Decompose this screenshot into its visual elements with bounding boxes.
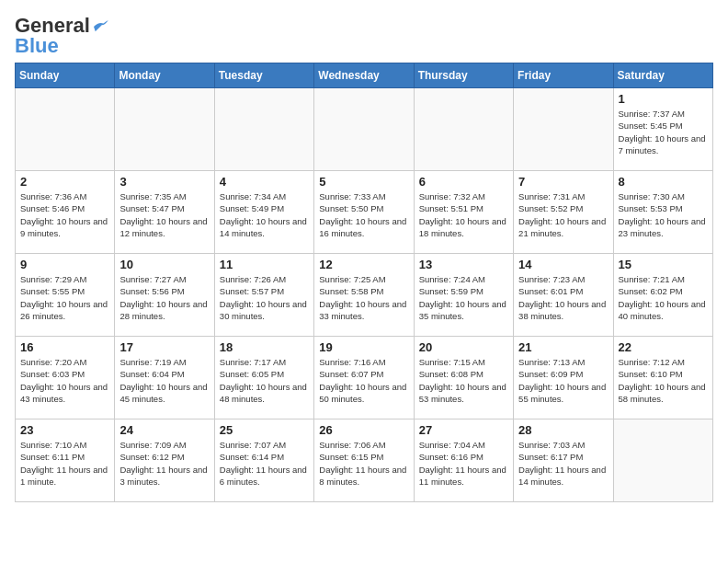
day-number: 17 xyxy=(119,340,209,354)
day-info: Sunrise: 7:16 AM Sunset: 6:07 PM Dayligh… xyxy=(319,356,408,405)
calendar-cell: 24Sunrise: 7:09 AM Sunset: 6:12 PM Dayli… xyxy=(115,419,214,501)
day-info: Sunrise: 7:31 AM Sunset: 5:52 PM Dayligh… xyxy=(518,190,608,239)
calendar-cell: 6Sunrise: 7:32 AM Sunset: 5:51 PM Daylig… xyxy=(414,170,513,253)
calendar-cell: 15Sunrise: 7:21 AM Sunset: 6:02 PM Dayli… xyxy=(613,253,712,336)
day-number: 27 xyxy=(419,423,508,437)
calendar-cell: 8Sunrise: 7:30 AM Sunset: 5:53 PM Daylig… xyxy=(613,170,712,253)
calendar-table: SundayMondayTuesdayWednesdayThursdayFrid… xyxy=(15,63,713,502)
day-info: Sunrise: 7:17 AM Sunset: 6:05 PM Dayligh… xyxy=(220,356,309,405)
day-info: Sunrise: 7:03 AM Sunset: 6:17 PM Dayligh… xyxy=(518,439,608,488)
day-info: Sunrise: 7:34 AM Sunset: 5:49 PM Dayligh… xyxy=(220,190,309,239)
calendar-cell: 11Sunrise: 7:26 AM Sunset: 5:57 PM Dayli… xyxy=(214,253,313,336)
calendar-cell: 3Sunrise: 7:35 AM Sunset: 5:47 PM Daylig… xyxy=(115,170,214,253)
day-number: 6 xyxy=(419,175,508,189)
calendar-cell xyxy=(314,87,414,170)
weekday-header-wednesday: Wednesday xyxy=(314,63,414,87)
day-number: 4 xyxy=(220,175,309,189)
calendar-cell: 25Sunrise: 7:07 AM Sunset: 6:14 PM Dayli… xyxy=(214,419,313,501)
calendar-week-2: 9Sunrise: 7:29 AM Sunset: 5:55 PM Daylig… xyxy=(16,253,713,336)
day-number: 8 xyxy=(619,175,708,189)
calendar-week-0: 1Sunrise: 7:37 AM Sunset: 5:45 PM Daylig… xyxy=(16,87,713,170)
calendar-header: SundayMondayTuesdayWednesdayThursdayFrid… xyxy=(16,63,713,87)
calendar-week-4: 23Sunrise: 7:10 AM Sunset: 6:11 PM Dayli… xyxy=(16,419,713,501)
day-number: 1 xyxy=(619,92,708,106)
calendar-cell: 12Sunrise: 7:25 AM Sunset: 5:58 PM Dayli… xyxy=(314,253,414,336)
page-header: General Blue xyxy=(15,15,713,55)
day-number: 22 xyxy=(619,340,708,354)
calendar-week-3: 16Sunrise: 7:20 AM Sunset: 6:03 PM Dayli… xyxy=(16,336,713,419)
weekday-header-monday: Monday xyxy=(115,63,214,87)
calendar-cell: 1Sunrise: 7:37 AM Sunset: 5:45 PM Daylig… xyxy=(613,87,712,170)
day-number: 25 xyxy=(220,423,309,437)
calendar-cell: 22Sunrise: 7:12 AM Sunset: 6:10 PM Dayli… xyxy=(613,336,712,419)
day-number: 23 xyxy=(20,423,109,437)
calendar-cell: 21Sunrise: 7:13 AM Sunset: 6:09 PM Dayli… xyxy=(514,336,613,419)
day-info: Sunrise: 7:30 AM Sunset: 5:53 PM Dayligh… xyxy=(619,190,708,239)
day-info: Sunrise: 7:26 AM Sunset: 5:57 PM Dayligh… xyxy=(220,273,309,322)
calendar-cell: 9Sunrise: 7:29 AM Sunset: 5:55 PM Daylig… xyxy=(16,253,115,336)
day-number: 18 xyxy=(220,340,309,354)
day-info: Sunrise: 7:25 AM Sunset: 5:58 PM Dayligh… xyxy=(319,273,408,322)
calendar-cell xyxy=(16,87,115,170)
weekday-header-saturday: Saturday xyxy=(613,63,712,87)
day-info: Sunrise: 7:37 AM Sunset: 5:45 PM Dayligh… xyxy=(619,108,708,156)
day-info: Sunrise: 7:09 AM Sunset: 6:12 PM Dayligh… xyxy=(119,439,209,488)
day-info: Sunrise: 7:33 AM Sunset: 5:50 PM Dayligh… xyxy=(319,190,408,239)
day-info: Sunrise: 7:24 AM Sunset: 5:59 PM Dayligh… xyxy=(419,273,508,322)
day-number: 26 xyxy=(319,423,408,437)
calendar-cell xyxy=(214,87,313,170)
logo-blue: Blue xyxy=(15,37,108,55)
calendar-cell: 17Sunrise: 7:19 AM Sunset: 6:04 PM Dayli… xyxy=(115,336,214,419)
calendar-body: 1Sunrise: 7:37 AM Sunset: 5:45 PM Daylig… xyxy=(16,87,713,501)
weekday-header-thursday: Thursday xyxy=(414,63,513,87)
calendar-cell: 4Sunrise: 7:34 AM Sunset: 5:49 PM Daylig… xyxy=(214,170,313,253)
calendar-cell: 23Sunrise: 7:10 AM Sunset: 6:11 PM Dayli… xyxy=(16,419,115,501)
day-info: Sunrise: 7:29 AM Sunset: 5:55 PM Dayligh… xyxy=(20,273,109,322)
day-number: 3 xyxy=(119,175,209,189)
weekday-header-sunday: Sunday xyxy=(16,63,115,87)
day-info: Sunrise: 7:35 AM Sunset: 5:47 PM Dayligh… xyxy=(119,190,209,239)
day-info: Sunrise: 7:27 AM Sunset: 5:56 PM Dayligh… xyxy=(119,273,209,322)
day-info: Sunrise: 7:07 AM Sunset: 6:14 PM Dayligh… xyxy=(220,439,309,488)
day-info: Sunrise: 7:21 AM Sunset: 6:02 PM Dayligh… xyxy=(619,273,708,322)
day-number: 21 xyxy=(518,340,608,354)
calendar-cell xyxy=(115,87,214,170)
logo-bird-icon xyxy=(92,20,108,33)
day-info: Sunrise: 7:23 AM Sunset: 6:01 PM Dayligh… xyxy=(518,273,608,322)
weekday-header-friday: Friday xyxy=(514,63,613,87)
day-info: Sunrise: 7:06 AM Sunset: 6:15 PM Dayligh… xyxy=(319,439,408,488)
weekday-row: SundayMondayTuesdayWednesdayThursdayFrid… xyxy=(16,63,713,87)
day-number: 7 xyxy=(518,175,608,189)
calendar-cell: 7Sunrise: 7:31 AM Sunset: 5:52 PM Daylig… xyxy=(514,170,613,253)
logo: General Blue xyxy=(15,15,108,55)
calendar-cell: 19Sunrise: 7:16 AM Sunset: 6:07 PM Dayli… xyxy=(314,336,414,419)
calendar-cell xyxy=(414,87,513,170)
weekday-header-tuesday: Tuesday xyxy=(214,63,313,87)
calendar-cell: 5Sunrise: 7:33 AM Sunset: 5:50 PM Daylig… xyxy=(314,170,414,253)
calendar-week-1: 2Sunrise: 7:36 AM Sunset: 5:46 PM Daylig… xyxy=(16,170,713,253)
day-number: 28 xyxy=(518,423,608,437)
calendar-cell: 28Sunrise: 7:03 AM Sunset: 6:17 PM Dayli… xyxy=(514,419,613,501)
calendar-cell: 27Sunrise: 7:04 AM Sunset: 6:16 PM Dayli… xyxy=(414,419,513,501)
day-info: Sunrise: 7:04 AM Sunset: 6:16 PM Dayligh… xyxy=(419,439,508,488)
day-number: 13 xyxy=(419,258,508,271)
day-number: 14 xyxy=(518,258,608,271)
day-number: 2 xyxy=(20,175,109,189)
calendar-cell: 26Sunrise: 7:06 AM Sunset: 6:15 PM Dayli… xyxy=(314,419,414,501)
day-number: 10 xyxy=(119,258,209,271)
calendar-cell: 13Sunrise: 7:24 AM Sunset: 5:59 PM Dayli… xyxy=(414,253,513,336)
calendar-cell: 20Sunrise: 7:15 AM Sunset: 6:08 PM Dayli… xyxy=(414,336,513,419)
day-number: 12 xyxy=(319,258,408,271)
calendar-cell xyxy=(514,87,613,170)
day-info: Sunrise: 7:10 AM Sunset: 6:11 PM Dayligh… xyxy=(20,439,109,488)
calendar-cell: 2Sunrise: 7:36 AM Sunset: 5:46 PM Daylig… xyxy=(16,170,115,253)
calendar-cell: 10Sunrise: 7:27 AM Sunset: 5:56 PM Dayli… xyxy=(115,253,214,336)
day-number: 16 xyxy=(20,340,109,354)
day-info: Sunrise: 7:12 AM Sunset: 6:10 PM Dayligh… xyxy=(619,356,708,405)
day-info: Sunrise: 7:32 AM Sunset: 5:51 PM Dayligh… xyxy=(419,190,508,239)
day-number: 9 xyxy=(20,258,109,271)
calendar-cell: 14Sunrise: 7:23 AM Sunset: 6:01 PM Dayli… xyxy=(514,253,613,336)
calendar-cell: 16Sunrise: 7:20 AM Sunset: 6:03 PM Dayli… xyxy=(16,336,115,419)
day-number: 11 xyxy=(220,258,309,271)
day-info: Sunrise: 7:20 AM Sunset: 6:03 PM Dayligh… xyxy=(20,356,109,405)
